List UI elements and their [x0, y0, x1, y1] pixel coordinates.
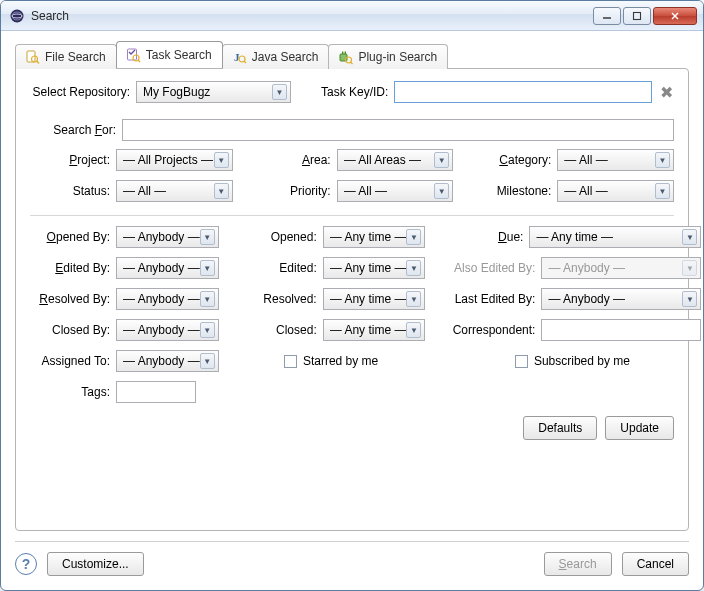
chevron-down-icon: ▼ [682, 229, 697, 245]
checkbox-icon [515, 355, 528, 368]
last-edited-by-label: Last Edited By: [443, 292, 535, 306]
chevron-down-icon: ▼ [434, 152, 449, 168]
svg-point-0 [11, 9, 24, 22]
svg-line-9 [37, 61, 39, 63]
repo-taskkey-row: Select Repository: My FogBugz ▼ Task Key… [30, 81, 674, 103]
tab-task-search[interactable]: Task Search [116, 41, 223, 68]
chevron-down-icon: ▼ [214, 183, 229, 199]
maximize-button[interactable] [623, 7, 651, 25]
area-select[interactable]: — All Areas —▼ [337, 149, 454, 171]
defaults-button[interactable]: Defaults [523, 416, 597, 440]
people-date-filters: Opened By: — Anybody —▼ Opened: — Any ti… [30, 226, 674, 412]
correspondent-input[interactable] [541, 319, 701, 341]
svg-line-12 [138, 60, 140, 62]
search-dialog: Search File Search [0, 0, 704, 591]
search-for-row: Search For: [30, 119, 674, 141]
tab-plugin-search[interactable]: Plug-in Search [328, 44, 448, 69]
chevron-down-icon: ▼ [272, 84, 287, 100]
task-search-panel: Select Repository: My FogBugz ▼ Task Key… [15, 68, 689, 531]
svg-rect-17 [342, 52, 343, 55]
customize-button[interactable]: Customize... [47, 552, 144, 576]
priority-select[interactable]: — All —▼ [337, 180, 454, 202]
chevron-down-icon: ▼ [200, 229, 215, 245]
help-icon[interactable]: ? [15, 553, 37, 575]
tab-java-search[interactable]: J Java Search [222, 44, 330, 69]
search-tabs: File Search Task Search J Java Search Pl… [15, 41, 689, 68]
minimize-button[interactable] [593, 7, 621, 25]
resolved-by-select[interactable]: — Anybody —▼ [116, 288, 219, 310]
resolved-by-label: Resolved By: [30, 292, 110, 306]
project-select[interactable]: — All Projects —▼ [116, 149, 233, 171]
task-search-icon [125, 47, 141, 63]
opened-date-select[interactable]: — Any time —▼ [323, 226, 426, 248]
search-for-input[interactable] [122, 119, 674, 141]
chevron-down-icon: ▼ [200, 291, 215, 307]
closed-by-select[interactable]: — Anybody —▼ [116, 319, 219, 341]
window-title: Search [31, 9, 593, 23]
assigned-to-label: Assigned To: [30, 354, 110, 368]
repository-select[interactable]: My FogBugz ▼ [136, 81, 291, 103]
due-date-select[interactable]: — Any time —▼ [529, 226, 701, 248]
close-button[interactable] [653, 7, 697, 25]
eclipse-icon [9, 8, 25, 24]
milestone-select[interactable]: — All —▼ [557, 180, 674, 202]
file-search-icon [24, 49, 40, 65]
select-repository-label: Select Repository: [30, 85, 130, 99]
project-label: Project: [30, 153, 110, 167]
chevron-down-icon: ▼ [655, 183, 670, 199]
update-button[interactable]: Update [605, 416, 674, 440]
svg-line-20 [351, 62, 353, 64]
footer-separator [15, 541, 689, 542]
tab-label: Task Search [146, 48, 212, 62]
checkbox-icon [284, 355, 297, 368]
search-for-label: Search For: [30, 123, 116, 137]
closed-by-label: Closed By: [30, 323, 110, 337]
category-select[interactable]: — All —▼ [557, 149, 674, 171]
chevron-down-icon: ▼ [406, 260, 421, 276]
chevron-down-icon: ▼ [406, 229, 421, 245]
titlebar: Search [1, 1, 703, 31]
tab-file-search[interactable]: File Search [15, 44, 117, 69]
tab-label: Plug-in Search [358, 50, 437, 64]
milestone-label: Milestone: [471, 184, 551, 198]
dialog-content: File Search Task Search J Java Search Pl… [1, 31, 703, 590]
resolved-label: Resolved: [237, 292, 317, 306]
tags-input[interactable] [116, 381, 196, 403]
edited-by-select[interactable]: — Anybody —▼ [116, 257, 219, 279]
due-label: Due: [443, 230, 523, 244]
subscribed-label: Subscribed by me [534, 354, 630, 368]
chevron-down-icon: ▼ [434, 183, 449, 199]
also-edited-by-select: — Anybody —▼ [541, 257, 701, 279]
tags-label: Tags: [30, 385, 110, 399]
chevron-down-icon: ▼ [200, 322, 215, 338]
clear-task-key-icon[interactable]: ✖ [658, 84, 674, 100]
svg-line-15 [244, 61, 246, 63]
closed-date-select[interactable]: — Any time —▼ [323, 319, 426, 341]
search-button[interactable]: Search [544, 552, 612, 576]
starred-by-me-checkbox[interactable]: Starred by me [284, 354, 378, 368]
also-edited-by-label: Also Edited By: [443, 261, 535, 275]
area-label: Area: [251, 153, 331, 167]
edited-date-select[interactable]: — Any time —▼ [323, 257, 426, 279]
chevron-down-icon: ▼ [406, 322, 421, 338]
task-key-input[interactable] [394, 81, 652, 103]
chevron-down-icon: ▼ [214, 152, 229, 168]
tab-label: Java Search [252, 50, 319, 64]
chevron-down-icon: ▼ [682, 260, 697, 276]
opened-by-label: Opened By: [30, 230, 110, 244]
status-select[interactable]: — All —▼ [116, 180, 233, 202]
svg-point-14 [239, 56, 245, 62]
resolved-date-select[interactable]: — Any time —▼ [323, 288, 426, 310]
assigned-to-select[interactable]: — Anybody —▼ [116, 350, 219, 372]
priority-label: Priority: [251, 184, 331, 198]
category-label: Category: [471, 153, 551, 167]
svg-rect-4 [634, 12, 641, 19]
opened-by-select[interactable]: — Anybody —▼ [116, 226, 219, 248]
subscribed-by-me-checkbox[interactable]: Subscribed by me [515, 354, 630, 368]
starred-label: Starred by me [303, 354, 378, 368]
opened-label: Opened: [237, 230, 317, 244]
correspondent-label: Correspondent: [443, 323, 535, 337]
cancel-button[interactable]: Cancel [622, 552, 689, 576]
java-search-icon: J [231, 49, 247, 65]
last-edited-by-select[interactable]: — Anybody —▼ [541, 288, 701, 310]
